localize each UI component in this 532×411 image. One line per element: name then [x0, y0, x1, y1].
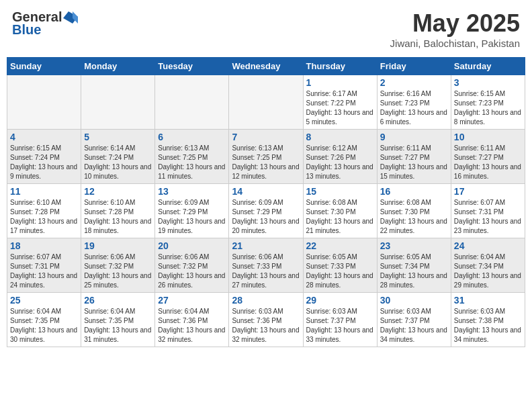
calendar-week-row: 25Sunrise: 6:04 AMSunset: 7:35 PMDayligh… [7, 293, 525, 347]
page-header: General Blue May 2025 Jiwani, Balochista… [7, 7, 525, 52]
calendar-day: 7Sunrise: 6:13 AMSunset: 7:25 PMDaylight… [229, 130, 303, 184]
day-number: 15 [306, 186, 374, 197]
calendar-table: Sunday Monday Tuesday Wednesday Thursday… [7, 57, 525, 347]
day-number: 26 [84, 295, 152, 306]
calendar-day: 11Sunrise: 6:10 AMSunset: 7:28 PMDayligh… [7, 184, 81, 238]
day-number: 22 [306, 240, 374, 251]
header-sunday: Sunday [7, 58, 81, 75]
calendar-day: 17Sunrise: 6:07 AMSunset: 7:31 PMDayligh… [451, 184, 525, 238]
calendar-week-row: 4Sunrise: 6:15 AMSunset: 7:24 PMDaylight… [7, 130, 525, 184]
day-info: Sunrise: 6:08 AMSunset: 7:30 PMDaylight:… [380, 198, 448, 236]
calendar-day: 6Sunrise: 6:13 AMSunset: 7:25 PMDaylight… [155, 130, 229, 184]
logo-icon [63, 11, 78, 24]
day-number: 17 [454, 186, 522, 197]
day-info: Sunrise: 6:15 AMSunset: 7:23 PMDaylight:… [454, 89, 522, 127]
day-number: 2 [380, 77, 448, 88]
day-info: Sunrise: 6:06 AMSunset: 7:33 PMDaylight:… [232, 253, 300, 290]
day-number: 4 [10, 132, 78, 142]
day-number: 7 [232, 132, 300, 142]
calendar-day: 24Sunrise: 6:04 AMSunset: 7:34 PMDayligh… [451, 238, 525, 293]
day-info: Sunrise: 6:09 AMSunset: 7:29 PMDaylight:… [158, 198, 226, 236]
day-info: Sunrise: 6:03 AMSunset: 7:38 PMDaylight:… [454, 307, 522, 345]
calendar-day: 4Sunrise: 6:15 AMSunset: 7:24 PMDaylight… [7, 130, 81, 184]
day-info: Sunrise: 6:04 AMSunset: 7:35 PMDaylight:… [10, 307, 78, 345]
day-info: Sunrise: 6:14 AMSunset: 7:24 PMDaylight:… [84, 144, 152, 181]
day-info: Sunrise: 6:03 AMSunset: 7:37 PMDaylight:… [306, 307, 374, 345]
calendar-day: 28Sunrise: 6:03 AMSunset: 7:36 PMDayligh… [229, 293, 303, 347]
calendar-day [155, 75, 229, 130]
calendar-week-row: 1Sunrise: 6:17 AMSunset: 7:22 PMDaylight… [7, 75, 525, 130]
calendar-week-row: 11Sunrise: 6:10 AMSunset: 7:28 PMDayligh… [7, 184, 525, 238]
calendar-day: 8Sunrise: 6:12 AMSunset: 7:26 PMDaylight… [303, 130, 377, 184]
calendar-day: 19Sunrise: 6:06 AMSunset: 7:32 PMDayligh… [81, 238, 155, 293]
calendar-day: 16Sunrise: 6:08 AMSunset: 7:30 PMDayligh… [377, 184, 451, 238]
day-info: Sunrise: 6:10 AMSunset: 7:28 PMDaylight:… [10, 198, 78, 236]
day-info: Sunrise: 6:04 AMSunset: 7:34 PMDaylight:… [454, 253, 522, 290]
day-info: Sunrise: 6:08 AMSunset: 7:30 PMDaylight:… [306, 198, 374, 236]
day-number: 21 [232, 240, 300, 251]
day-number: 23 [380, 240, 448, 251]
day-number: 8 [306, 132, 374, 142]
day-number: 28 [232, 295, 300, 306]
calendar-day: 25Sunrise: 6:04 AMSunset: 7:35 PMDayligh… [7, 293, 81, 347]
calendar-day: 3Sunrise: 6:15 AMSunset: 7:23 PMDaylight… [451, 75, 525, 130]
calendar-day: 15Sunrise: 6:08 AMSunset: 7:30 PMDayligh… [303, 184, 377, 238]
day-number: 27 [158, 295, 226, 306]
day-number: 9 [380, 132, 448, 142]
day-info: Sunrise: 6:17 AMSunset: 7:22 PMDaylight:… [306, 89, 374, 127]
day-info: Sunrise: 6:13 AMSunset: 7:25 PMDaylight:… [158, 144, 226, 181]
calendar-day: 18Sunrise: 6:07 AMSunset: 7:31 PMDayligh… [7, 238, 81, 293]
calendar-day: 9Sunrise: 6:11 AMSunset: 7:27 PMDaylight… [377, 130, 451, 184]
calendar-day: 30Sunrise: 6:03 AMSunset: 7:37 PMDayligh… [377, 293, 451, 347]
day-number: 1 [306, 77, 374, 88]
calendar-day: 20Sunrise: 6:06 AMSunset: 7:32 PMDayligh… [155, 238, 229, 293]
day-info: Sunrise: 6:03 AMSunset: 7:37 PMDaylight:… [380, 307, 448, 345]
month-year: May 2025 [390, 9, 520, 38]
calendar-day [229, 75, 303, 130]
day-number: 16 [380, 186, 448, 197]
day-info: Sunrise: 6:13 AMSunset: 7:25 PMDaylight:… [232, 144, 300, 181]
day-info: Sunrise: 6:04 AMSunset: 7:36 PMDaylight:… [158, 307, 226, 345]
day-number: 29 [306, 295, 374, 306]
header-tuesday: Tuesday [155, 58, 229, 75]
calendar-day: 21Sunrise: 6:06 AMSunset: 7:33 PMDayligh… [229, 238, 303, 293]
calendar-day: 1Sunrise: 6:17 AMSunset: 7:22 PMDaylight… [303, 75, 377, 130]
logo-blue: Blue [12, 22, 41, 38]
day-number: 5 [84, 132, 152, 142]
day-info: Sunrise: 6:11 AMSunset: 7:27 PMDaylight:… [454, 144, 522, 181]
day-number: 11 [10, 186, 78, 197]
calendar-day: 31Sunrise: 6:03 AMSunset: 7:38 PMDayligh… [451, 293, 525, 347]
header-thursday: Thursday [303, 58, 377, 75]
calendar-day: 10Sunrise: 6:11 AMSunset: 7:27 PMDayligh… [451, 130, 525, 184]
day-info: Sunrise: 6:06 AMSunset: 7:32 PMDaylight:… [158, 253, 226, 290]
calendar-day: 2Sunrise: 6:16 AMSunset: 7:23 PMDaylight… [377, 75, 451, 130]
calendar-day: 14Sunrise: 6:09 AMSunset: 7:29 PMDayligh… [229, 184, 303, 238]
day-number: 10 [454, 132, 522, 142]
day-number: 14 [232, 186, 300, 197]
day-info: Sunrise: 6:07 AMSunset: 7:31 PMDaylight:… [10, 253, 78, 290]
calendar-day [7, 75, 81, 130]
header-friday: Friday [377, 58, 451, 75]
day-number: 25 [10, 295, 78, 306]
location: Jiwani, Balochistan, Pakistan [390, 38, 520, 49]
day-info: Sunrise: 6:07 AMSunset: 7:31 PMDaylight:… [454, 198, 522, 236]
weekday-header-row: Sunday Monday Tuesday Wednesday Thursday… [7, 58, 525, 75]
day-number: 13 [158, 186, 226, 197]
header-wednesday: Wednesday [229, 58, 303, 75]
day-info: Sunrise: 6:05 AMSunset: 7:34 PMDaylight:… [380, 253, 448, 290]
day-info: Sunrise: 6:06 AMSunset: 7:32 PMDaylight:… [84, 253, 152, 290]
day-number: 20 [158, 240, 226, 251]
calendar-day: 22Sunrise: 6:05 AMSunset: 7:33 PMDayligh… [303, 238, 377, 293]
calendar-week-row: 18Sunrise: 6:07 AMSunset: 7:31 PMDayligh… [7, 238, 525, 293]
day-info: Sunrise: 6:10 AMSunset: 7:28 PMDaylight:… [84, 198, 152, 236]
day-info: Sunrise: 6:16 AMSunset: 7:23 PMDaylight:… [380, 89, 448, 127]
calendar-day: 5Sunrise: 6:14 AMSunset: 7:24 PMDaylight… [81, 130, 155, 184]
day-info: Sunrise: 6:15 AMSunset: 7:24 PMDaylight:… [10, 144, 78, 181]
day-number: 31 [454, 295, 522, 306]
calendar-day: 27Sunrise: 6:04 AMSunset: 7:36 PMDayligh… [155, 293, 229, 347]
day-info: Sunrise: 6:04 AMSunset: 7:35 PMDaylight:… [84, 307, 152, 345]
day-number: 24 [454, 240, 522, 251]
calendar-day: 29Sunrise: 6:03 AMSunset: 7:37 PMDayligh… [303, 293, 377, 347]
day-info: Sunrise: 6:11 AMSunset: 7:27 PMDaylight:… [380, 144, 448, 181]
logo: General Blue [12, 9, 78, 38]
